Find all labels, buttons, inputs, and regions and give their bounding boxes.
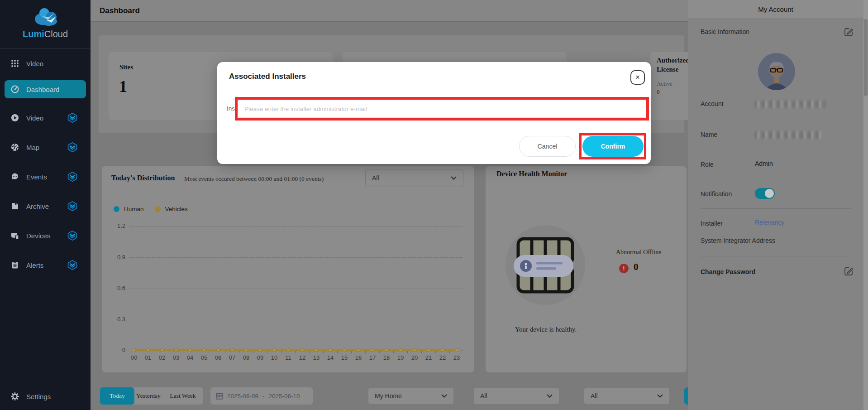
- edit-icon[interactable]: [844, 266, 854, 276]
- x-tick-label: 09: [255, 354, 265, 361]
- sidebar-item-archive[interactable]: Archive: [5, 197, 86, 215]
- x-tick-label: 02: [157, 354, 167, 361]
- sidebar-item-label: Video: [26, 60, 43, 68]
- x-tick-label: 12: [297, 354, 307, 361]
- devices-icon: [11, 232, 19, 240]
- edit-icon[interactable]: [844, 27, 854, 37]
- y-tick: 1.2: [105, 222, 125, 230]
- clipboard-icon: [11, 261, 19, 269]
- today-button[interactable]: Today: [100, 387, 134, 405]
- last-week-button[interactable]: Last Week: [162, 387, 203, 405]
- scrollbar[interactable]: [863, 0, 868, 410]
- sidebar-item-label: Devices: [26, 232, 50, 240]
- sites-value: 1: [119, 77, 127, 96]
- x-axis-tick-marks: [127, 351, 456, 353]
- sidebar: LumiCloud Video Dashboard Video: [0, 0, 91, 410]
- sidebar-item-label: Video: [26, 114, 43, 122]
- date-from-value: 2025-06-09: [227, 393, 258, 400]
- sidebar-item-label: Settings: [26, 393, 51, 400]
- shield-badge-icon: [67, 171, 78, 182]
- confirm-button[interactable]: Confirm: [582, 136, 644, 157]
- sidebar-item-map[interactable]: Map: [5, 138, 86, 156]
- distribution-card: Today's Distribution Most events occured…: [102, 166, 474, 372]
- x-tick-label: 05: [199, 354, 209, 361]
- gridline: [129, 226, 462, 227]
- gear-icon: [11, 392, 19, 400]
- y-tick: 0.3: [105, 316, 125, 323]
- sidebar-item-label: Events: [26, 173, 47, 181]
- device-health-title: Device Health Monitor: [496, 170, 567, 178]
- folder-icon: [11, 202, 19, 210]
- toggle-knob: [765, 189, 774, 198]
- x-axis-labels: 0001020304050607080910111213141516171819…: [129, 354, 462, 361]
- sidebar-item-settings[interactable]: Settings: [5, 387, 86, 405]
- x-tick-label: 16: [353, 354, 363, 361]
- device-health-card: Device Health Monitor Abnormal Offline !…: [486, 166, 687, 372]
- y-tick: 0.9: [105, 254, 125, 261]
- notification-toggle[interactable]: [755, 188, 775, 199]
- filter-select-1-value: All: [480, 392, 487, 400]
- y-axis-ticks: 1.2 0.9 0.6 0.3 0: [105, 222, 125, 354]
- cancel-button[interactable]: Cancel: [519, 136, 576, 157]
- shield-badge-icon: [67, 112, 78, 123]
- date-to-value: 2025-06-10: [269, 393, 300, 400]
- sidebar-item-video-wall[interactable]: Video: [5, 54, 86, 72]
- chevron-down-icon: [451, 176, 457, 180]
- sidebar-item-alerts[interactable]: Alerts: [5, 256, 86, 274]
- distribution-filter-select[interactable]: All: [365, 169, 463, 187]
- abnormal-offline-value: 0: [634, 261, 639, 273]
- sidebar-item-dashboard[interactable]: Dashboard: [5, 80, 86, 98]
- account-value-redacted: [755, 101, 825, 108]
- license-status-label: Active: [657, 80, 672, 87]
- yesterday-button[interactable]: Yesterday: [134, 387, 162, 405]
- sidebar-item-video[interactable]: Video: [5, 109, 86, 127]
- shield-badge-icon: [67, 230, 78, 241]
- calendar-icon: [216, 392, 223, 400]
- chart-legend: Human Vehicles: [114, 206, 188, 212]
- change-password-label: Change Password: [701, 268, 755, 275]
- gridline: [129, 257, 462, 258]
- x-tick-label: 20: [410, 354, 420, 361]
- installer-email-input[interactable]: [238, 100, 646, 118]
- y-tick: 0: [105, 347, 125, 354]
- x-tick-label: 00: [129, 354, 139, 361]
- sidebar-item-devices[interactable]: Devices: [5, 227, 86, 245]
- sidebar-item-label: Archive: [26, 203, 49, 210]
- distribution-subtitle: Most events occured between 00:00 and 01…: [184, 175, 324, 183]
- app-root: LumiCloud Video Dashboard Video: [0, 0, 868, 410]
- abnormal-offline-label: Abnormal Offline: [616, 249, 661, 256]
- y-tick: 0.6: [105, 285, 125, 292]
- x-tick-label: 10: [269, 354, 279, 361]
- x-tick-label: 18: [382, 354, 391, 361]
- filter-select-2[interactable]: All: [584, 387, 670, 405]
- avatar: [758, 53, 795, 90]
- sidebar-item-events[interactable]: Events: [5, 168, 86, 186]
- site-select-value: My Home: [375, 392, 402, 400]
- grid-icon: [11, 59, 19, 68]
- shield-badge-icon: [67, 260, 78, 270]
- vehicles-legend-label: Vehicles: [165, 206, 188, 212]
- x-tick-label: 04: [185, 354, 195, 361]
- associated-installers-modal: Associated Installers ✕ Installer Cancel…: [217, 62, 651, 164]
- account-panel-title: My Account: [758, 5, 793, 13]
- panel-divider: [701, 256, 851, 256]
- account-panel-header: My Account: [688, 0, 863, 19]
- close-icon[interactable]: ✕: [630, 70, 645, 85]
- filter-select-2-value: All: [591, 392, 598, 400]
- my-account-panel: My Account Basic Information Ac: [688, 0, 863, 410]
- scrollbar-thumb[interactable]: [864, 19, 868, 96]
- filter-select-1[interactable]: All: [473, 387, 559, 405]
- date-range-picker[interactable]: 2025-06-09 - 2025-06-10: [210, 387, 313, 405]
- name-label: Name: [701, 131, 717, 138]
- x-tick-label: 08: [241, 354, 251, 361]
- vehicles-legend-dot: [155, 206, 161, 212]
- distribution-filter-value: All: [372, 174, 379, 182]
- installer-relevancy-link[interactable]: Relevancy: [755, 219, 784, 226]
- installer-label: Installer: [701, 220, 723, 227]
- gauge-icon: [11, 85, 19, 93]
- app-logo: LumiCloud: [0, 6, 91, 39]
- site-select[interactable]: My Home: [368, 387, 454, 405]
- logo-text: LumiCloud: [0, 29, 91, 39]
- device-health-illustration: [510, 230, 581, 300]
- sites-label: Sites: [119, 63, 133, 71]
